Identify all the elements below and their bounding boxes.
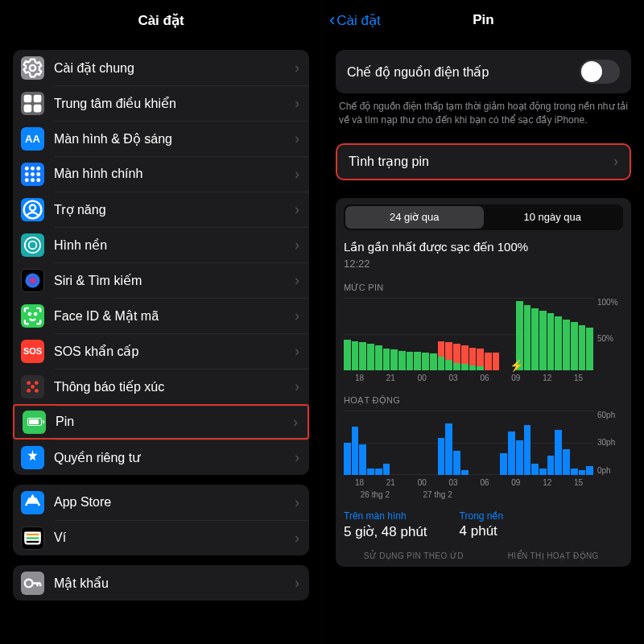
x-axis-hours: 1821000306091215 — [344, 374, 623, 382]
chart-bar — [344, 340, 351, 370]
chart-bar — [571, 469, 578, 475]
settings-row-siri[interactable]: Siri & Tìm kiếm› — [13, 262, 309, 298]
chart-bar — [383, 349, 390, 370]
time-range-segmented[interactable]: 24 giờ qua 10 ngày qua — [344, 204, 623, 230]
sos-icon: SOS — [21, 340, 44, 363]
x-tick: 21 — [375, 374, 407, 382]
settings-group: Mật khẩu› — [13, 565, 309, 601]
last-charge-time: 12:22 — [344, 258, 623, 270]
settings-group: Cài đặt chung›Trung tâm điều khiển›AAMàn… — [13, 50, 309, 475]
settings-row-general[interactable]: Cài đặt chung› — [13, 50, 309, 85]
chart-bar — [477, 349, 484, 367]
chart-bar — [500, 453, 507, 475]
svg-point-20 — [35, 312, 36, 314]
svg-point-18 — [26, 273, 40, 287]
svg-point-6 — [31, 166, 35, 170]
chevron-right-icon: › — [295, 95, 299, 112]
chevron-right-icon: › — [295, 237, 299, 254]
svg-rect-2 — [34, 94, 42, 102]
svg-point-8 — [25, 172, 29, 176]
x-axis-hours: 1821000306091215 — [344, 478, 623, 487]
aa-icon: AA — [21, 127, 44, 151]
usage-screen-label: Trên màn hình — [344, 510, 427, 522]
settings-row-home-screen[interactable]: Màn hình chính› — [13, 156, 309, 192]
seg-24h[interactable]: 24 giờ qua — [345, 206, 484, 229]
settings-row-exposure[interactable]: Thông báo tiếp xúc› — [13, 369, 309, 404]
settings-row-faceid[interactable]: Face ID & Mật mã› — [13, 298, 309, 333]
svg-rect-1 — [24, 94, 32, 102]
svg-rect-3 — [24, 104, 32, 112]
battery-health-row[interactable]: Tình trạng pin › — [336, 143, 631, 180]
y-label: 100% — [597, 298, 618, 307]
battery-health-label: Tình trạng pin — [349, 154, 613, 169]
chevron-right-icon: › — [295, 575, 299, 592]
hand-icon — [21, 446, 44, 469]
chevron-right-icon: › — [295, 449, 299, 466]
chart-bar — [367, 344, 374, 369]
chart-bar — [438, 438, 445, 474]
settings-row-appstore[interactable]: App Store› — [13, 485, 309, 520]
settings-row-wallpaper[interactable]: Hình nền› — [13, 227, 309, 262]
tab-by-app[interactable]: SỬ DỤNG PIN THEO ỨD — [344, 551, 484, 560]
svg-point-11 — [25, 178, 29, 182]
usage-bg: Trong nền 4 phút — [460, 510, 504, 540]
activity-chart-title: HOẠT ĐỘNG — [344, 395, 623, 406]
chart-bar — [461, 345, 469, 364]
settings-row-label: Màn hình & Độ sáng — [54, 131, 295, 147]
chart-bar — [375, 469, 382, 475]
x-tick: 06 — [469, 374, 501, 382]
navbar: Cài đặt — [0, 0, 322, 40]
x-tick: 09 — [500, 478, 531, 487]
low-power-toggle[interactable] — [580, 60, 620, 84]
settings-row-privacy[interactable]: Quyền riêng tư› — [13, 440, 309, 475]
settings-row-sos[interactable]: SOSSOS khẩn cấp› — [13, 333, 309, 369]
chart-bar — [524, 305, 531, 370]
chevron-right-icon: › — [295, 201, 299, 218]
tab-show-activity[interactable]: HIỂN THỊ HOẠT ĐỘNG — [484, 551, 624, 560]
sliders-icon — [21, 92, 44, 115]
usage-bg-label: Trong nền — [460, 510, 504, 522]
battery-screen: ‹ Cài đặt Pin Chế độ nguồn điện thấp Chế… — [322, 0, 644, 644]
svg-point-12 — [31, 178, 35, 182]
chart-bar — [359, 342, 366, 369]
settings-row-control-center[interactable]: Trung tâm điều khiển› — [13, 85, 309, 121]
settings-group: App Store›Ví› — [13, 485, 309, 555]
chart-bar — [461, 364, 469, 369]
svg-rect-4 — [34, 104, 42, 112]
chart-bar — [453, 344, 460, 362]
back-button[interactable]: ‹ Cài đặt — [329, 11, 381, 29]
x-tick: 12 — [531, 478, 563, 487]
chart-bar — [586, 466, 593, 475]
store-icon — [21, 491, 44, 514]
svg-point-29 — [25, 579, 33, 587]
grid-icon — [21, 163, 44, 186]
svg-point-25 — [31, 385, 35, 389]
x-tick: 15 — [563, 374, 594, 382]
chart-bar — [367, 469, 374, 475]
settings-row-accessibility[interactable]: Trợ năng› — [13, 192, 309, 227]
usage-tabs[interactable]: SỬ DỤNG PIN THEO ỨD HIỂN THỊ HOẠT ĐỘNG — [344, 551, 623, 560]
low-power-footnote: Chế độ nguồn điện thấp tạm thời giảm hoạ… — [323, 93, 644, 127]
last-charge-label: Lần gần nhất được sạc đến 100% — [344, 240, 623, 254]
back-label: Cài đặt — [336, 12, 380, 29]
level-chart-title: MỨC PIN — [344, 283, 623, 293]
settings-row-battery[interactable]: Pin› — [13, 404, 309, 440]
chart-bar — [414, 352, 421, 370]
svg-point-9 — [31, 172, 35, 176]
x-tick: 00 — [407, 478, 438, 487]
chevron-left-icon: ‹ — [329, 11, 335, 29]
seg-10d[interactable]: 10 ngày qua — [484, 206, 622, 229]
settings-row-display[interactable]: AAMàn hình & Độ sáng› — [13, 121, 309, 156]
expo-icon — [21, 375, 44, 398]
chart-bar — [352, 341, 359, 370]
settings-row-wallet[interactable]: Ví› — [13, 520, 309, 555]
settings-row-label: Mật khẩu — [54, 576, 295, 591]
chart-bar — [563, 449, 570, 475]
chart-bar — [453, 451, 460, 474]
chart-bar — [445, 360, 452, 370]
settings-row-passwords[interactable]: Mật khẩu› — [13, 565, 309, 601]
siri-icon — [21, 269, 44, 292]
settings-row-label: Trợ năng — [54, 202, 295, 217]
svg-point-19 — [29, 312, 31, 314]
chart-bar — [344, 443, 351, 475]
